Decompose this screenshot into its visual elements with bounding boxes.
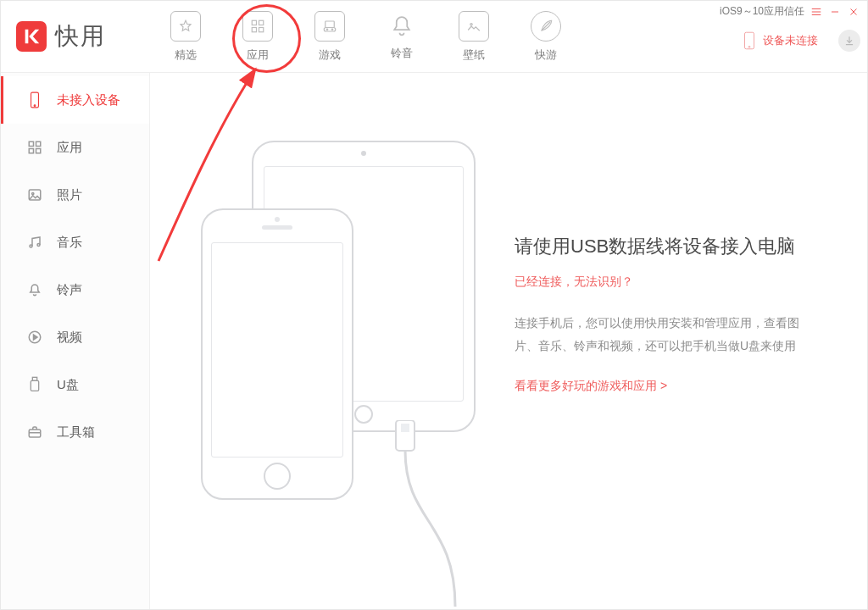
tab-ringtones[interactable]: 铃音	[365, 11, 437, 61]
sidebar-item-label: U盘	[57, 377, 79, 393]
header-right: iOS9～10应用信任 设备未连接	[691, 1, 867, 53]
sidebar-item-label: 照片	[57, 187, 82, 203]
apps-grid-icon	[242, 11, 273, 42]
toolbox-icon	[26, 424, 43, 441]
sidebar-item-label: 铃声	[57, 282, 82, 298]
tab-featured[interactable]: 精选	[149, 11, 221, 63]
music-note-icon	[26, 234, 43, 251]
svg-point-10	[748, 46, 750, 47]
sidebar-item-ringtones[interactable]: 铃声	[1, 266, 149, 313]
usb-cable-icon	[370, 420, 472, 607]
svg-rect-2	[252, 28, 256, 32]
tab-quickplay[interactable]: 快游	[509, 11, 581, 63]
tab-apps[interactable]: 应用	[221, 11, 293, 63]
sidebar-item-label: 应用	[57, 140, 82, 156]
feather-icon	[531, 11, 561, 42]
brand-logo-icon	[16, 21, 47, 52]
device-illustration	[201, 141, 481, 496]
connect-heading: 请使用USB数据线将设备接入电脑	[515, 234, 803, 259]
device-status-text: 设备未连接	[763, 33, 818, 48]
svg-point-7	[331, 29, 333, 30]
bell-icon	[26, 281, 43, 298]
star-icon	[170, 11, 201, 42]
menu-icon[interactable]	[810, 5, 823, 19]
sidebar-item-toolbox[interactable]: 工具箱	[1, 408, 149, 456]
image-icon	[459, 11, 489, 42]
already-connected-link[interactable]: 已经连接，无法识别？	[515, 274, 803, 290]
tab-label: 铃音	[391, 46, 413, 61]
sidebar-item-label: 工具箱	[57, 424, 95, 441]
sidebar-item-videos[interactable]: 视频	[1, 313, 149, 361]
svg-point-6	[326, 29, 328, 30]
sidebar-item-label: 音乐	[57, 235, 82, 251]
play-circle-icon	[26, 329, 43, 346]
bell-icon	[387, 11, 416, 40]
tab-label: 游戏	[319, 47, 341, 63]
gamepad-icon	[314, 11, 345, 42]
device-status: 设备未连接	[734, 29, 826, 53]
brand-name: 快用	[55, 20, 106, 53]
svg-point-12	[34, 105, 36, 107]
close-icon[interactable]	[847, 5, 860, 19]
main-layout: 未接入设备 应用 照片 音乐 铃声 视频 U盘 工具箱	[1, 73, 867, 610]
image-icon	[26, 186, 43, 203]
download-button[interactable]	[838, 30, 860, 52]
svg-rect-5	[324, 28, 336, 32]
svg-point-19	[30, 245, 32, 247]
minimize-icon[interactable]	[828, 5, 842, 19]
tab-label: 壁纸	[463, 47, 485, 63]
tab-label: 应用	[247, 47, 269, 63]
connect-description: 连接手机后，您可以使用快用安装和管理应用，查看图片、音乐、铃声和视频，还可以把手…	[515, 312, 803, 357]
connect-copy: 请使用USB数据线将设备接入电脑 已经连接，无法识别？ 连接手机后，您可以使用快…	[515, 234, 803, 610]
svg-rect-0	[252, 20, 256, 25]
phone-icon	[26, 92, 43, 108]
sidebar-item-apps[interactable]: 应用	[1, 124, 149, 171]
svg-point-8	[470, 24, 471, 25]
tab-label: 精选	[175, 47, 197, 63]
window-controls-row: iOS9～10应用信任	[720, 4, 860, 19]
svg-rect-23	[31, 380, 38, 391]
svg-rect-1	[259, 20, 263, 25]
top-tabs: 精选 应用 游戏 铃音 壁纸	[149, 1, 581, 63]
sidebar-item-udisk[interactable]: U盘	[1, 361, 149, 408]
device-row: 设备未连接	[734, 29, 860, 53]
sidebar-item-label: 未接入设备	[57, 92, 120, 108]
svg-rect-4	[325, 21, 334, 28]
sidebar-item-no-device[interactable]: 未接入设备	[1, 76, 149, 124]
usb-drive-icon	[26, 376, 43, 393]
content-area: 请使用USB数据线将设备接入电脑 已经连接，无法识别？ 连接手机后，您可以使用快…	[150, 73, 867, 610]
header: 快用 精选 应用 游戏 铃音	[1, 1, 867, 73]
tab-label: 快游	[535, 47, 557, 63]
svg-rect-16	[36, 149, 41, 153]
svg-point-18	[32, 192, 34, 194]
apps-grid-icon	[26, 139, 43, 156]
svg-rect-3	[259, 28, 263, 32]
brand: 快用	[1, 1, 149, 72]
sidebar-item-photos[interactable]: 照片	[1, 171, 149, 219]
phone-outline-icon	[201, 208, 353, 500]
phone-outline-icon	[743, 31, 756, 50]
tab-games[interactable]: 游戏	[293, 11, 365, 63]
svg-rect-15	[29, 149, 33, 153]
svg-rect-14	[36, 141, 41, 146]
tab-wallpapers[interactable]: 壁纸	[437, 11, 509, 63]
more-apps-link[interactable]: 看看更多好玩的游戏和应用 >	[515, 379, 803, 394]
svg-point-20	[37, 244, 40, 247]
svg-rect-13	[29, 141, 33, 146]
svg-rect-26	[401, 424, 409, 432]
sidebar-item-music[interactable]: 音乐	[1, 219, 149, 266]
sidebar: 未接入设备 应用 照片 音乐 铃声 视频 U盘 工具箱	[1, 73, 150, 610]
sidebar-item-label: 视频	[57, 330, 82, 346]
ios-trust-link[interactable]: iOS9～10应用信任	[720, 4, 804, 19]
